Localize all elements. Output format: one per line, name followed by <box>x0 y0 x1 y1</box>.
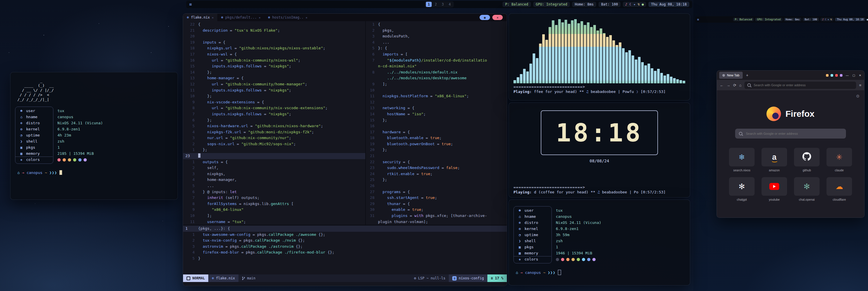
visualizer-bar <box>552 20 554 83</box>
line-number: 12 <box>183 81 198 87</box>
status-dot-icon[interactable]: ● <box>642 2 644 6</box>
shortcut-card[interactable]: ☁ <box>827 177 852 196</box>
shortcut-card[interactable] <box>794 148 819 167</box>
url-input[interactable] <box>753 83 854 87</box>
extension-icon[interactable] <box>831 74 833 77</box>
code-line: 12 url = "github:nix-community/home-mana… <box>183 81 365 87</box>
editor-tab-pkgs-default-[interactable]: ❄pkgs/default...✕ <box>217 13 264 21</box>
tab-close-icon[interactable]: ✕ <box>306 16 308 19</box>
shortcut-card[interactable]: ✻ <box>729 177 754 196</box>
tab-close-icon[interactable]: ✕ <box>212 16 214 19</box>
colors-icon: ❖ <box>518 257 522 261</box>
command-line[interactable] <box>183 282 507 286</box>
menu-button[interactable]: ≡ <box>859 83 861 87</box>
code-text: inputs = { <box>198 39 225 46</box>
fetch-value: canopus <box>551 214 572 219</box>
clock-widget[interactable]: Thu Aug 08, 18:18 <box>648 2 689 7</box>
line-number: 5 <box>183 123 198 129</box>
layout-indicator-icon[interactable]: ▣ <box>867 18 868 21</box>
line-number: 11 <box>366 93 378 99</box>
personalize-gear-icon[interactable]: ⚙ <box>856 94 860 98</box>
editor-tab-hosts-isoImag-[interactable]: ❄hosts/isoImag..✕ <box>264 13 311 21</box>
code-line: 8 url = "github:nix-community/nix-vscode… <box>183 105 365 111</box>
eye-toggle-button[interactable]: ◉ <box>479 15 490 20</box>
close-button[interactable]: ✕ <box>859 74 862 77</box>
tab-close-icon[interactable]: ✕ <box>259 16 260 19</box>
shortcut-youtube[interactable]: youtube <box>762 177 787 201</box>
forward-button[interactable]: → <box>726 83 730 87</box>
back-button[interactable]: ← <box>720 83 723 87</box>
code-line: 25 }; <box>366 177 507 183</box>
line-number: 3 <box>183 244 198 250</box>
newtab-search-bar[interactable] <box>735 129 846 139</box>
shortcut-github[interactable]: github <box>794 148 819 172</box>
night-light-icon[interactable]: ☾ <box>825 18 826 21</box>
power-icon[interactable]: ↯ <box>638 2 640 6</box>
line-number: 18 <box>183 45 198 51</box>
chatgpt-icon: ✻ <box>739 183 745 190</box>
maximize-button[interactable]: ▢ <box>852 74 856 77</box>
editor-tab-flake-nix[interactable]: ❄flake.nix✕ <box>183 13 217 21</box>
shell-prompt[interactable]: ⌂ → canopus ~ ❯❯❯ <box>516 270 683 275</box>
nix-icon: ❄ <box>268 16 270 20</box>
shortcut-card[interactable]: ✳ <box>827 148 852 167</box>
shortcut-card[interactable] <box>762 177 787 196</box>
workspace-button-4[interactable]: 4 <box>447 2 453 7</box>
extension-icon[interactable] <box>835 74 838 77</box>
tab-label: hosts/isoImag.. <box>272 16 304 20</box>
shortcut-card[interactable]: ✻ <box>794 177 819 196</box>
shortcut-search-nixos[interactable]: ❄search.nixos <box>729 148 754 172</box>
power-icon[interactable]: ↯ <box>830 18 832 21</box>
workspace-button-3[interactable]: 3 <box>440 2 445 7</box>
workspace-switcher: 1234 <box>425 1 454 7</box>
firefox-logo-icon <box>767 107 781 121</box>
volume-icon[interactable]: ♪ <box>822 18 824 21</box>
audio-visualizer <box>509 13 690 83</box>
code-line: 5}: { <box>366 45 507 51</box>
extension-icon[interactable] <box>826 74 829 77</box>
shortcut-cloudflare[interactable]: ☁cloudflare <box>827 177 852 201</box>
editor-cursor <box>198 153 200 158</box>
shortcut-card[interactable]: ❄ <box>729 148 754 167</box>
shortcut-amazon[interactable]: aamazon <box>762 148 787 172</box>
address-bar[interactable] <box>744 82 857 89</box>
shortcut-claude[interactable]: ✳claude <box>827 148 852 172</box>
visualizer-bar <box>561 22 564 83</box>
reload-button[interactable]: ⟳ <box>733 83 736 87</box>
line-number: 23 <box>183 153 198 159</box>
visualizer-bar <box>631 56 634 83</box>
workspace-button-2[interactable]: 2 <box>433 2 439 7</box>
home-button[interactable]: ⌂ <box>739 83 742 87</box>
shell-prompt[interactable]: ⌂ → canopus ~ ❯❯❯ <box>18 170 170 175</box>
cloudflare-icon: ☁ <box>836 183 843 190</box>
close-buffer-button[interactable]: ✕ <box>492 15 503 20</box>
editor-pane-flake[interactable]: 22{21 description = "tux's NixOS Flake";… <box>183 21 365 225</box>
clock-widget[interactable]: Thu Aug 08, 18:18 <box>835 18 865 21</box>
tab-new-tab[interactable]: New Tab <box>719 72 743 79</box>
minimize-button[interactable]: — <box>845 74 849 77</box>
fetch-value: tux <box>551 208 562 212</box>
extension-icon[interactable] <box>840 74 842 77</box>
shortcut-card[interactable]: a <box>762 148 787 167</box>
night-light-icon[interactable]: ☾ <box>629 2 631 6</box>
menu-icon[interactable]: ≡ <box>697 18 699 22</box>
volume-icon[interactable]: ♪ <box>625 2 627 6</box>
code-line: 3 modulesPath, <box>366 33 507 39</box>
shortcut-chat-openai[interactable]: ✻chat.openai <box>794 177 819 201</box>
memory-icon: ▦ <box>518 251 522 255</box>
network-icon[interactable]: ✦ <box>633 2 636 6</box>
code-text: ]; <box>198 213 212 219</box>
workspace-button-1[interactable]: 1 <box>426 2 432 7</box>
fetch-row-uptime: ◔uptime3h 59m <box>516 232 644 238</box>
editor-pane-iso[interactable]: 1{2 pkgs,3 modulesPath,4 ...5}: {6 impor… <box>366 21 507 225</box>
editor-pane-pkgs[interactable]: 1{pkgs, ...}: {1 tux-awesome-wm-config =… <box>183 225 507 274</box>
shortcut-chatgpt[interactable]: ✻chatgpt <box>729 177 754 201</box>
code-line: 22{ <box>183 22 365 28</box>
fetch-row-user: ☻usertux <box>516 207 644 213</box>
fastfetch-table: ☻usertux⌂hnamecanopus❄distroNixOS 24.11 … <box>516 206 644 263</box>
new-tab-button[interactable]: + <box>745 73 750 78</box>
menu-icon[interactable]: ≡ <box>189 2 192 7</box>
newtab-search-input[interactable] <box>745 132 842 136</box>
visualizer-bar <box>641 62 644 83</box>
network-icon[interactable]: ✦ <box>828 18 829 21</box>
